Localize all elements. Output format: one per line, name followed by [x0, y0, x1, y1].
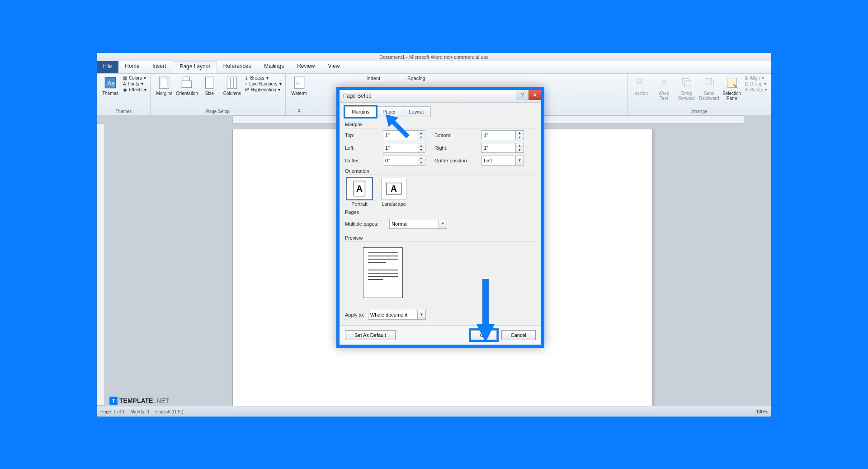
gutter-label: Gutter: — [345, 158, 377, 163]
orientation-portrait[interactable]: A Portrait — [345, 178, 374, 207]
tab-mailings[interactable]: Mailings — [258, 61, 291, 73]
gutter-spinner[interactable]: ▲▼ — [383, 156, 428, 166]
apply-to-select[interactable]: ▼ — [368, 310, 426, 320]
set-as-default-button[interactable]: Set As Default — [345, 330, 396, 340]
margins-button[interactable]: Margins — [154, 76, 174, 96]
font-icon: A — [123, 81, 126, 86]
svg-rect-17 — [705, 78, 711, 85]
group-page-background: AWaterm P — [286, 74, 313, 115]
bottom-input[interactable] — [481, 130, 516, 140]
tab-home[interactable]: Home — [118, 61, 146, 73]
apply-to-value[interactable] — [368, 310, 418, 320]
ribbon-tabs: File Home Insert Page Layout References … — [97, 61, 771, 74]
svg-text:A: A — [356, 183, 363, 193]
dialog-tab-margins[interactable]: Margins — [345, 106, 376, 117]
breaks-icon: ⤓ — [245, 76, 248, 81]
preview-thumbnail — [363, 247, 403, 298]
line-numbers-icon: ≡ — [245, 81, 247, 86]
dialog-tabs: Margins Paper Layout — [345, 106, 536, 117]
tab-references[interactable]: References — [217, 61, 258, 73]
svg-rect-7 — [227, 77, 237, 89]
svg-text:Aa: Aa — [107, 79, 115, 86]
status-zoom[interactable]: 100% — [756, 409, 768, 414]
selection-pane-button[interactable]: Selection Pane — [722, 76, 742, 101]
dialog-help-button[interactable]: ? — [516, 90, 528, 100]
apply-to-label: Apply to: — [345, 312, 364, 317]
cancel-button[interactable]: Cancel — [501, 330, 536, 340]
position-button: osition — [632, 76, 651, 96]
right-spinner[interactable]: ▲▼ — [481, 143, 527, 153]
align-icon: ⊞ — [745, 76, 748, 81]
status-words[interactable]: Words: 0 — [131, 409, 149, 414]
watermark-button[interactable]: AWaterm — [289, 76, 309, 96]
vertical-ruler[interactable] — [97, 123, 105, 406]
top-label: Top: — [345, 133, 377, 138]
bottom-label: Bottom: — [434, 133, 475, 138]
margins-section-label: Margins — [345, 122, 536, 128]
pages-section-label: Pages — [345, 209, 536, 216]
effects-dropdown[interactable]: ◉Effects ▾ — [123, 87, 146, 92]
title-bar: Document1 - Microsoft Word non-commercia… — [97, 53, 771, 61]
multiple-pages-value[interactable] — [389, 219, 439, 229]
orientation-landscape[interactable]: A Landscape — [379, 178, 408, 207]
multiple-pages-label: Multiple pages: — [345, 221, 378, 227]
wrap-text-button: Wrap Text — [654, 76, 674, 101]
spinner-down-icon[interactable]: ▼ — [417, 135, 425, 140]
chevron-down-icon[interactable]: ▼ — [516, 156, 524, 166]
tab-view[interactable]: View — [322, 61, 347, 73]
gutter-pos-value[interactable] — [481, 156, 516, 166]
rotate-icon: ⟳ — [745, 87, 748, 92]
svg-rect-15 — [684, 81, 691, 87]
status-page[interactable]: Page: 1 of 1 — [100, 409, 125, 414]
tab-review[interactable]: Review — [291, 61, 321, 73]
columns-button[interactable]: Columns — [222, 76, 242, 96]
right-input[interactable] — [481, 143, 516, 153]
hyphenation-icon: bª — [245, 87, 249, 92]
window-title: Document1 - Microsoft Word non-commercia… — [379, 54, 489, 60]
right-label: Right: — [434, 145, 475, 151]
status-bar: Page: 1 of 1 Words: 0 English (U.S.) 100… — [97, 407, 771, 417]
hyphenation-dropdown[interactable]: bªHyphenation ▾ — [245, 87, 281, 92]
group-arrange: osition Wrap Text Bring Forward Send Bac… — [628, 74, 771, 115]
orientation-button[interactable]: Orientation — [177, 76, 197, 96]
svg-rect-2 — [160, 77, 169, 89]
status-language[interactable]: English (U.S.) — [156, 409, 184, 414]
orientation-section-label: Orientation — [345, 168, 536, 175]
svg-rect-12 — [637, 78, 642, 83]
svg-rect-5 — [182, 81, 192, 87]
gutter-pos-select[interactable]: ▼ — [481, 156, 527, 166]
breaks-dropdown[interactable]: ⤓Breaks ▾ — [245, 76, 281, 81]
effects-icon: ◉ — [123, 87, 127, 92]
spacing-label: Spacing — [407, 76, 425, 81]
tab-insert[interactable]: Insert — [146, 61, 173, 73]
fonts-dropdown[interactable]: AFonts ▾ — [123, 81, 146, 86]
svg-marker-23 — [381, 109, 413, 142]
dialog-close-button[interactable]: ✕ — [528, 90, 541, 100]
themes-button[interactable]: Aa Themes — [100, 76, 120, 96]
align-dropdown: ⊞Align ▾ — [745, 76, 767, 81]
indent-label: Indent — [367, 76, 381, 81]
send-backward-button: Send Backward — [699, 76, 719, 101]
group-themes: Aa Themes ▦Colors ▾ AFonts ▾ ◉Effects ▾ … — [97, 74, 151, 115]
size-button[interactable]: Size — [199, 76, 219, 96]
app-window: Document1 - Microsoft Word non-commercia… — [95, 51, 773, 418]
chevron-down-icon[interactable]: ▼ — [439, 219, 447, 229]
annotation-arrow-ok — [474, 279, 497, 344]
tab-page-layout[interactable]: Page Layout — [173, 61, 217, 73]
rotate-dropdown: ⟳Rotate ▾ — [745, 87, 767, 92]
bottom-spinner[interactable]: ▲▼ — [481, 130, 527, 140]
multiple-pages-select[interactable]: ▼ — [389, 219, 447, 229]
group-dropdown: ⊡Group ▾ — [745, 81, 767, 86]
chevron-down-icon[interactable]: ▼ — [418, 310, 426, 320]
line-numbers-dropdown[interactable]: ≡Line Numbers ▾ — [245, 81, 281, 86]
dialog-title-text: Page Setup — [343, 93, 372, 99]
svg-text:A: A — [391, 183, 397, 193]
gutter-input[interactable] — [383, 156, 417, 166]
left-label: Left: — [345, 145, 377, 151]
tab-file[interactable]: File — [97, 61, 118, 73]
colors-dropdown[interactable]: ▦Colors ▾ — [123, 76, 146, 81]
left-spinner[interactable]: ▲▼ — [383, 143, 428, 153]
dialog-titlebar[interactable]: Page Setup ? ✕ — [340, 90, 541, 103]
group-page-setup: Margins Orientation Size Columns ⤓Breaks… — [151, 74, 285, 115]
spinner-up-icon[interactable]: ▲ — [417, 131, 425, 135]
